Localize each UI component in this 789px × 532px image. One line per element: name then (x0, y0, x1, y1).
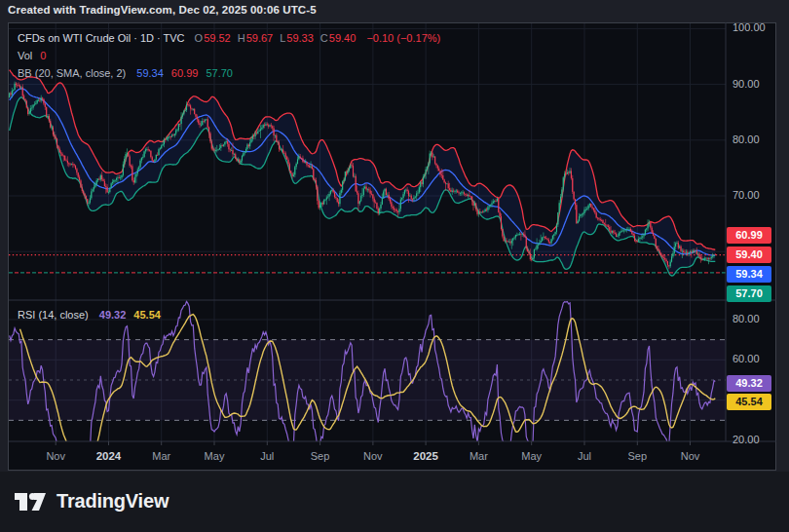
time-axis-month-label: May (205, 450, 225, 462)
time-axis-month-label: Mar (152, 450, 170, 462)
volume-label: Vol (18, 50, 32, 61)
time-axis-month-label: Nov (46, 450, 65, 462)
bb-row: BB (20, SMA, close, 2) 59.3460.9957.70 (18, 64, 440, 82)
ohlc-values: O59.52H59.67L59.33C59.40 (188, 32, 357, 44)
rsi-values: 49.3245.54 (92, 309, 161, 321)
symbol-title: CFDs on WTI Crude Oil · 1D · TVC (18, 32, 185, 44)
rsi-tick-label: 80.00 (733, 313, 760, 324)
time-axis-month-label: May (521, 450, 542, 462)
price-tick-label: 90.00 (733, 78, 760, 90)
price-tick-label: 80.00 (733, 133, 760, 145)
price-axis[interactable]: 100.0090.0080.0070.0080.0060.0020.0060.9… (726, 22, 777, 471)
bb-values: 59.3460.9957.70 (129, 67, 233, 79)
time-axis-month-label: Jul (260, 450, 274, 462)
volume-row: Vol 0 (18, 47, 440, 64)
time-axis-month-label: Mar (470, 450, 488, 462)
volume-value: 0 (40, 50, 46, 61)
screenshot-root: Created with TradingView.com, Dec 02, 20… (0, 0, 789, 532)
symbol-row: CFDs on WTI Crude Oil · 1D · TVC O59.52H… (18, 29, 440, 47)
price-badge: 60.99 (727, 227, 771, 244)
price-badge: 57.70 (727, 285, 771, 302)
price-badge: 49.32 (727, 375, 771, 392)
time-axis[interactable]: Nov2024MarMayJulSepNov2025MarMayJulSepNo… (8, 441, 776, 471)
time-axis-year-label: 2025 (413, 450, 438, 462)
bb-label: BB (20, SMA, close, 2) (18, 67, 126, 79)
price-tick-label: 70.00 (733, 189, 760, 201)
time-axis-month-label: Sep (627, 450, 647, 462)
time-axis-month-label: Sep (311, 450, 330, 462)
rsi-legend: RSI (14, close) 49.3245.54 (18, 309, 161, 321)
time-axis-month-label: Nov (681, 450, 700, 462)
price-tick-label: 100.00 (733, 21, 766, 33)
rsi-tick-label: 60.00 (733, 353, 760, 364)
price-badge: 59.40 (727, 247, 771, 263)
change-value: −0.10 (−0.17%) (366, 32, 440, 44)
main-chart-legend: CFDs on WTI Crude Oil · 1D · TVC O59.52H… (18, 29, 440, 82)
time-axis-month-label: Jul (578, 450, 591, 462)
price-badge: 45.54 (727, 394, 771, 410)
price-badge: 59.34 (727, 266, 771, 283)
rsi-label: RSI (14, close) (18, 309, 89, 321)
time-axis-month-label: Nov (363, 450, 383, 462)
time-axis-year-label: 2024 (96, 450, 122, 462)
